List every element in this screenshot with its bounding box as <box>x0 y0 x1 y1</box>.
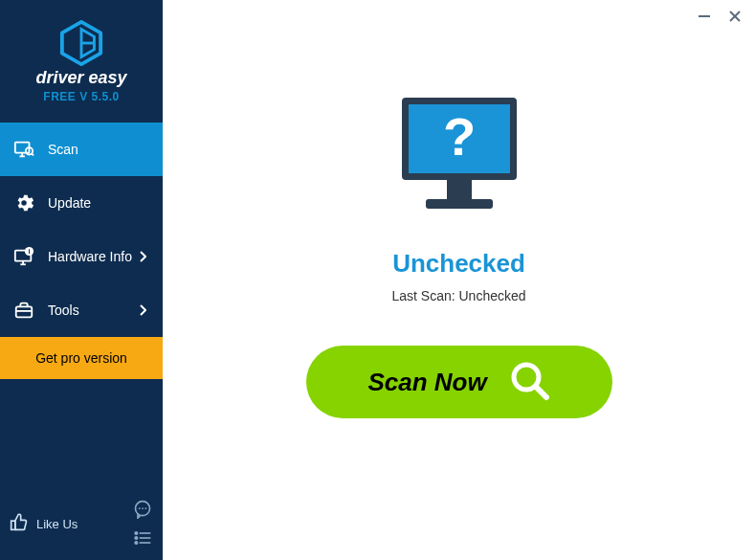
toolbox-icon <box>13 300 34 321</box>
svg-point-18 <box>142 507 144 509</box>
scan-icon <box>13 139 34 160</box>
status-title: Unchecked <box>392 249 525 279</box>
svg-text:?: ? <box>442 106 475 167</box>
svg-rect-13 <box>16 306 33 317</box>
svg-point-19 <box>145 507 147 509</box>
svg-rect-15 <box>11 521 15 529</box>
svg-point-7 <box>21 200 27 206</box>
app-name: driver easy <box>35 68 126 88</box>
close-button[interactable] <box>726 8 744 25</box>
sidebar-item-scan[interactable]: Scan <box>0 123 163 176</box>
get-pro-label: Get pro version <box>35 350 127 366</box>
sidebar-item-label: Hardware Info <box>48 249 132 264</box>
sidebar-nav: Scan Update i Hard <box>0 123 163 337</box>
app-logo-icon <box>58 20 104 66</box>
svg-point-24 <box>135 542 138 545</box>
svg-line-35 <box>536 387 546 397</box>
status-illustration: ? <box>388 90 531 228</box>
get-pro-button[interactable]: Get pro version <box>0 337 163 379</box>
thumbs-up-icon <box>10 512 29 535</box>
sidebar-bottom: Like Us <box>0 491 163 560</box>
sidebar-item-update[interactable]: Update <box>0 176 163 230</box>
sidebar-item-hardware-info[interactable]: i Hardware Info <box>0 230 163 283</box>
svg-rect-31 <box>447 180 472 199</box>
like-us-label: Like Us <box>36 517 78 531</box>
scan-now-label: Scan Now <box>367 368 486 397</box>
sidebar-item-label: Scan <box>48 142 78 157</box>
last-scan-label: Last Scan: Unchecked <box>391 288 525 303</box>
gear-icon <box>13 192 34 213</box>
logo-block: driver easy FREE V 5.5.0 <box>0 0 163 123</box>
svg-point-20 <box>135 532 138 535</box>
minimize-button[interactable] <box>696 8 713 25</box>
feedback-icon[interactable] <box>132 499 153 520</box>
main-panel: ? Unchecked Last Scan: Unchecked Scan No… <box>163 0 755 560</box>
monitor-info-icon: i <box>13 246 34 267</box>
sidebar-item-label: Tools <box>48 302 79 318</box>
svg-line-6 <box>32 154 33 156</box>
chevron-right-icon <box>136 304 149 316</box>
window-controls <box>696 0 755 33</box>
search-icon <box>508 359 550 405</box>
svg-rect-32 <box>426 199 493 209</box>
svg-point-17 <box>139 507 141 509</box>
like-us-button[interactable]: Like Us <box>10 512 78 535</box>
chevron-right-icon <box>136 251 149 262</box>
sidebar-spacer <box>0 379 163 491</box>
svg-point-22 <box>135 537 138 540</box>
sidebar: driver easy FREE V 5.5.0 Scan <box>0 0 163 560</box>
sidebar-item-tools[interactable]: Tools <box>0 283 163 337</box>
sidebar-item-label: Update <box>48 195 91 211</box>
menu-icon[interactable] <box>132 527 153 549</box>
svg-text:i: i <box>28 247 30 256</box>
scan-now-button[interactable]: Scan Now <box>306 346 612 418</box>
app-version: FREE V 5.5.0 <box>43 90 119 103</box>
